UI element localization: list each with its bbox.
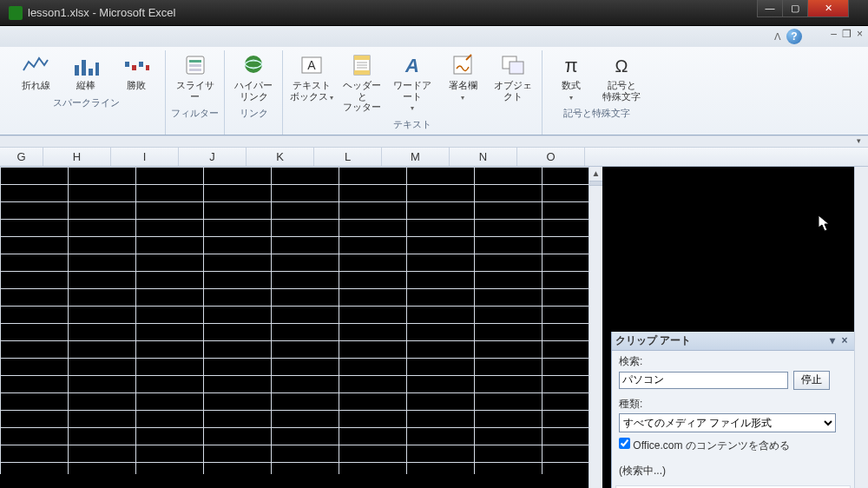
formula-bar-strip: ▾ bbox=[0, 135, 868, 148]
window-controls: — ▢ ✕ bbox=[758, 0, 849, 17]
sparkline-line-icon bbox=[20, 52, 51, 78]
svg-rect-5 bbox=[132, 65, 136, 70]
title-bar: lesson1.xlsx - Microsoft Excel — ▢ ✕ bbox=[0, 0, 868, 26]
equation-icon: π bbox=[556, 52, 587, 78]
mdi-restore-icon[interactable]: ❐ bbox=[840, 28, 853, 40]
column-header[interactable]: K bbox=[247, 148, 314, 166]
column-header[interactable]: O bbox=[517, 148, 585, 166]
svg-rect-2 bbox=[89, 69, 93, 76]
svg-rect-18 bbox=[354, 70, 370, 75]
stop-button[interactable]: 停止 bbox=[793, 371, 830, 390]
pane-header: クリップ アート ▾ × bbox=[612, 332, 854, 351]
close-button[interactable]: ✕ bbox=[807, 0, 849, 17]
ribbon-group-symbols: π 数式▾ Ω 記号と 特殊文字 記号と特殊文字 bbox=[542, 50, 650, 135]
mdi-minimize-icon[interactable]: – bbox=[829, 28, 838, 40]
pane-outer-scroll[interactable] bbox=[854, 167, 868, 488]
minimize-button[interactable]: — bbox=[757, 0, 783, 17]
svg-rect-10 bbox=[189, 64, 201, 67]
column-header[interactable]: G bbox=[0, 148, 43, 166]
svg-rect-6 bbox=[139, 62, 143, 67]
include-office-checkbox[interactable] bbox=[619, 438, 630, 449]
help-icon[interactable]: ? bbox=[786, 29, 802, 44]
ribbon-group-text: A テキスト ボックス ▾ ヘッダーと フッター A ワードアート▾ 署名欄▾ bbox=[283, 50, 542, 135]
search-input[interactable] bbox=[619, 372, 788, 389]
svg-rect-0 bbox=[75, 65, 79, 76]
group-label-link: リンク bbox=[230, 103, 277, 123]
ribbon-group-filter: スライサー フィルター bbox=[166, 50, 225, 135]
group-label-text: テキスト bbox=[288, 115, 536, 135]
mdi-close-icon[interactable]: × bbox=[855, 28, 865, 40]
svg-rect-4 bbox=[125, 62, 129, 67]
column-header-row: G H I J K L M N O bbox=[0, 148, 868, 167]
svg-rect-3 bbox=[95, 63, 99, 76]
group-label-symbols: 記号と特殊文字 bbox=[548, 103, 645, 123]
ribbon-minimize-chevron[interactable]: ᐱ bbox=[774, 31, 781, 43]
column-header[interactable]: M bbox=[382, 148, 450, 166]
equation-button[interactable]: π 数式▾ bbox=[548, 50, 595, 103]
column-header[interactable]: L bbox=[314, 148, 382, 166]
grid-vscroll[interactable]: ▲ bbox=[589, 167, 602, 488]
excel-icon bbox=[9, 6, 23, 20]
ribbon-group-link: ハイパーリンク リンク bbox=[225, 50, 283, 135]
svg-rect-7 bbox=[146, 65, 149, 70]
column-header[interactable]: N bbox=[450, 148, 517, 166]
sparkline-column-icon bbox=[70, 52, 102, 78]
ribbon-group-sparkline: 折れ線 縦棒 勝敗 スパークライン bbox=[7, 50, 166, 135]
pane-close-icon[interactable]: × bbox=[838, 334, 851, 346]
headerfooter-button[interactable]: ヘッダーと フッター bbox=[339, 50, 385, 115]
svg-rect-1 bbox=[82, 60, 86, 76]
column-header[interactable]: J bbox=[179, 148, 247, 166]
wordart-icon: A bbox=[397, 52, 428, 78]
spreadsheet-grid[interactable] bbox=[0, 167, 602, 474]
svg-rect-9 bbox=[189, 60, 201, 63]
help-row: ᐱ ? – ❐ × bbox=[0, 26, 868, 47]
group-label-filter: フィルター bbox=[171, 103, 219, 123]
svg-rect-17 bbox=[354, 56, 370, 60]
svg-point-12 bbox=[245, 56, 262, 73]
maximize-button[interactable]: ▢ bbox=[782, 0, 808, 17]
svg-text:π: π bbox=[564, 55, 577, 76]
window-title: lesson1.xlsx - Microsoft Excel bbox=[28, 6, 176, 19]
headerfooter-icon bbox=[346, 52, 378, 78]
scroll-up-icon[interactable]: ▲ bbox=[589, 167, 602, 181]
search-label: 検索: bbox=[619, 354, 847, 369]
textbox-button[interactable]: A テキスト ボックス ▾ bbox=[288, 50, 335, 115]
searching-status: (検索中...) bbox=[619, 465, 666, 477]
object-icon bbox=[497, 52, 529, 78]
slicer-icon bbox=[180, 52, 211, 78]
sparkline-column-button[interactable]: 縦棒 bbox=[62, 50, 109, 93]
object-button[interactable]: オブジェクト bbox=[490, 50, 536, 115]
pane-menu-icon[interactable]: ▾ bbox=[826, 334, 838, 346]
svg-text:A: A bbox=[307, 58, 316, 72]
type-select[interactable]: すべてのメディア ファイル形式 bbox=[619, 413, 836, 432]
sparkline-line-button[interactable]: 折れ線 bbox=[12, 50, 59, 93]
include-office-row[interactable]: Office.com のコンテンツを含める bbox=[619, 438, 847, 453]
signature-button[interactable]: 署名欄▾ bbox=[439, 50, 486, 115]
slicer-button[interactable]: スライサー bbox=[172, 50, 219, 103]
sparkline-winloss-button[interactable]: 勝敗 bbox=[113, 50, 160, 93]
wordart-button[interactable]: A ワードアート▾ bbox=[389, 50, 436, 115]
column-header[interactable]: I bbox=[111, 148, 179, 166]
include-office-label: Office.com のコンテンツを含める bbox=[633, 439, 789, 452]
type-label: 種類: bbox=[619, 397, 847, 412]
svg-rect-26 bbox=[510, 62, 523, 74]
group-label-sparkline: スパークライン bbox=[12, 93, 160, 113]
sparkline-winloss-icon bbox=[121, 52, 152, 78]
split-handle[interactable] bbox=[589, 181, 602, 186]
ribbon: 折れ線 縦棒 勝敗 スパークライン スライサー フィ bbox=[0, 47, 868, 135]
pane-title: クリップ アート bbox=[615, 333, 691, 348]
signature-icon bbox=[447, 52, 478, 78]
symbol-icon: Ω bbox=[606, 52, 637, 78]
formula-bar-expand-icon[interactable]: ▾ bbox=[851, 136, 866, 148]
svg-text:A: A bbox=[404, 55, 419, 76]
symbol-button[interactable]: Ω 記号と 特殊文字 bbox=[598, 50, 645, 103]
svg-rect-23 bbox=[454, 56, 471, 74]
svg-text:Ω: Ω bbox=[615, 56, 628, 76]
column-header[interactable]: H bbox=[43, 148, 111, 166]
clipart-pane: クリップ アート ▾ × 検索: 停止 種類: すべてのメディア ファイル形式 … bbox=[611, 332, 854, 488]
svg-rect-11 bbox=[189, 69, 201, 71]
hyperlink-button[interactable]: ハイパーリンク bbox=[230, 50, 277, 103]
hyperlink-icon bbox=[238, 52, 269, 78]
textbox-icon: A bbox=[296, 52, 327, 78]
